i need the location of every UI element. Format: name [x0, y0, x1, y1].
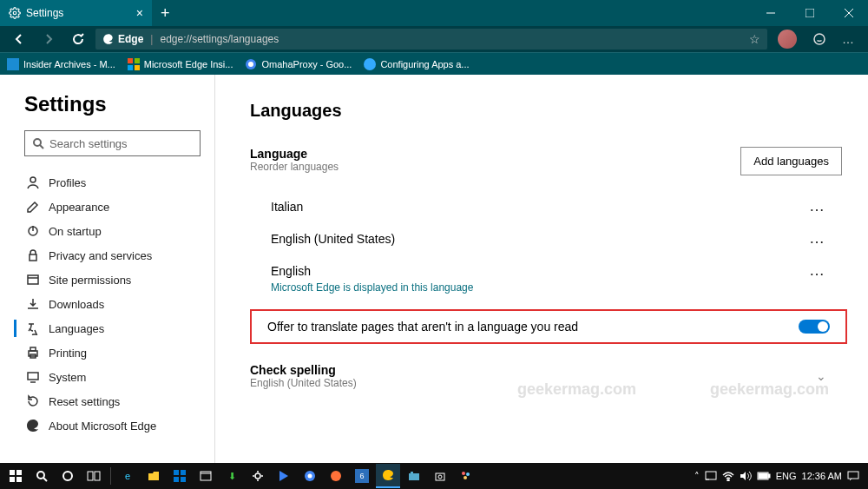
svg-point-49 [466, 472, 470, 476]
appearance-icon [26, 200, 40, 214]
tray-chevron-icon[interactable]: ˄ [694, 471, 700, 482]
taskbar-app-icon[interactable] [324, 464, 348, 488]
svg-rect-18 [28, 275, 38, 284]
svg-rect-44 [409, 473, 419, 480]
taskbar-app-icon[interactable]: 6 [350, 464, 374, 488]
taskbar-app-icon[interactable] [272, 464, 296, 488]
chevron-down-icon[interactable]: ⌄ [816, 369, 826, 383]
close-tab-icon[interactable]: × [136, 6, 143, 20]
svg-rect-21 [30, 347, 36, 351]
svg-rect-45 [411, 472, 413, 474]
sidebar-item-downloads[interactable]: Downloads [24, 292, 201, 316]
sidebar-item-languages[interactable]: Languages [24, 316, 201, 340]
new-tab-button[interactable]: + [152, 4, 179, 23]
favorite-star-icon[interactable]: ☆ [749, 32, 760, 46]
edge-icon [26, 419, 40, 433]
svg-point-47 [438, 475, 442, 479]
system-icon [26, 370, 40, 384]
taskbar-app-icon[interactable] [298, 464, 322, 488]
start-button[interactable] [3, 464, 28, 488]
spell-heading: Check spelling [250, 363, 357, 377]
tray-notifications-icon[interactable] [847, 471, 859, 481]
taskbar-app-icon[interactable] [141, 464, 166, 488]
sidebar-item-privacy[interactable]: Privacy and services [24, 243, 201, 268]
more-icon[interactable]: … [809, 197, 826, 215]
svg-rect-54 [768, 474, 770, 478]
sidebar-item-sitepermissions[interactable]: Site permissions [24, 268, 201, 292]
titlebar: Settings × + [0, 0, 868, 26]
taskbar-app-icon[interactable] [454, 464, 478, 488]
tray-battery-icon[interactable] [757, 472, 771, 480]
sidebar-item-printing[interactable]: Printing [24, 340, 201, 365]
tray-clock[interactable]: 12:36 AM [802, 471, 842, 481]
taskbar-app-icon[interactable] [168, 464, 192, 488]
svg-rect-17 [30, 254, 36, 261]
svg-rect-36 [174, 477, 179, 482]
taskbar-app-icon[interactable] [194, 464, 218, 488]
svg-point-42 [308, 474, 312, 479]
more-menu-icon[interactable]: … [837, 27, 861, 51]
bookmark-item[interactable]: OmahaProxy - Goo... [245, 58, 352, 70]
svg-rect-8 [128, 65, 133, 70]
search-settings-input[interactable]: Search settings [24, 130, 201, 156]
taskbar-app-icon[interactable]: e [115, 464, 140, 488]
svg-rect-6 [128, 58, 133, 63]
sidebar-item-startup[interactable]: On startup [24, 219, 201, 243]
cortana-icon[interactable] [56, 464, 80, 488]
navbar: Edge | edge://settings/languages ☆ … [0, 26, 868, 52]
taskbar-app-icon[interactable]: ⬇ [220, 464, 244, 488]
svg-point-52 [727, 479, 729, 481]
svg-rect-37 [181, 477, 186, 482]
profile-avatar[interactable] [778, 30, 797, 49]
bookmark-item[interactable]: Microsoft Edge Insi... [128, 58, 233, 70]
settings-sidebar: Settings Search settings Profiles Appear… [0, 75, 215, 463]
close-window-button[interactable] [829, 0, 868, 26]
forward-button[interactable] [36, 27, 61, 51]
language-row[interactable]: Italian… [250, 190, 866, 222]
feedback-icon[interactable] [807, 27, 832, 51]
taskbar-app-icon[interactable] [376, 464, 400, 488]
spell-sub: English (United States) [250, 377, 357, 389]
taskbar-app-icon[interactable] [246, 464, 270, 488]
edge-engine-label: Edge [102, 33, 143, 45]
sidebar-item-appearance[interactable]: Appearance [24, 195, 201, 219]
translate-toggle[interactable] [799, 320, 830, 334]
language-row[interactable]: English (United States)… [250, 222, 866, 254]
tray-language[interactable]: ENG [776, 471, 797, 481]
window-controls [751, 0, 868, 26]
maximize-button[interactable] [790, 0, 829, 26]
power-icon [26, 224, 40, 238]
svg-point-50 [464, 476, 467, 479]
taskbar-app-icon[interactable] [402, 464, 426, 488]
browser-tab[interactable]: Settings × [0, 0, 152, 26]
bookmark-item[interactable]: Insider Archives - M... [7, 58, 115, 70]
language-icon [26, 321, 40, 335]
svg-line-13 [40, 145, 43, 149]
svg-point-5 [814, 34, 825, 44]
svg-rect-28 [16, 477, 22, 482]
sidebar-item-about[interactable]: About Microsoft Edge [24, 413, 201, 438]
search-icon [32, 137, 44, 149]
bookmark-item[interactable]: Configuring Apps a... [364, 58, 469, 70]
svg-line-30 [43, 478, 47, 481]
minimize-button[interactable] [751, 0, 790, 26]
tray-volume-icon[interactable] [740, 471, 752, 481]
tray-cast-icon[interactable] [705, 471, 717, 481]
svg-rect-51 [706, 472, 716, 479]
language-row[interactable]: English… [250, 254, 866, 281]
search-taskbar-icon[interactable] [30, 464, 54, 488]
add-languages-button[interactable]: Add languages [740, 147, 842, 175]
sidebar-item-system[interactable]: System [24, 365, 201, 389]
back-button[interactable] [7, 27, 31, 51]
refresh-button[interactable] [66, 27, 90, 51]
taskview-icon[interactable] [82, 464, 106, 488]
more-icon[interactable]: … [809, 229, 826, 248]
tray-wifi-icon[interactable] [722, 471, 734, 481]
svg-rect-34 [174, 470, 179, 475]
address-bar[interactable]: Edge | edge://settings/languages ☆ [95, 29, 767, 50]
svg-point-12 [34, 139, 41, 146]
taskbar-app-icon[interactable] [428, 464, 452, 488]
sidebar-item-reset[interactable]: Reset settings [24, 389, 201, 413]
more-icon[interactable]: … [809, 261, 826, 280]
sidebar-item-profiles[interactable]: Profiles [24, 170, 201, 195]
